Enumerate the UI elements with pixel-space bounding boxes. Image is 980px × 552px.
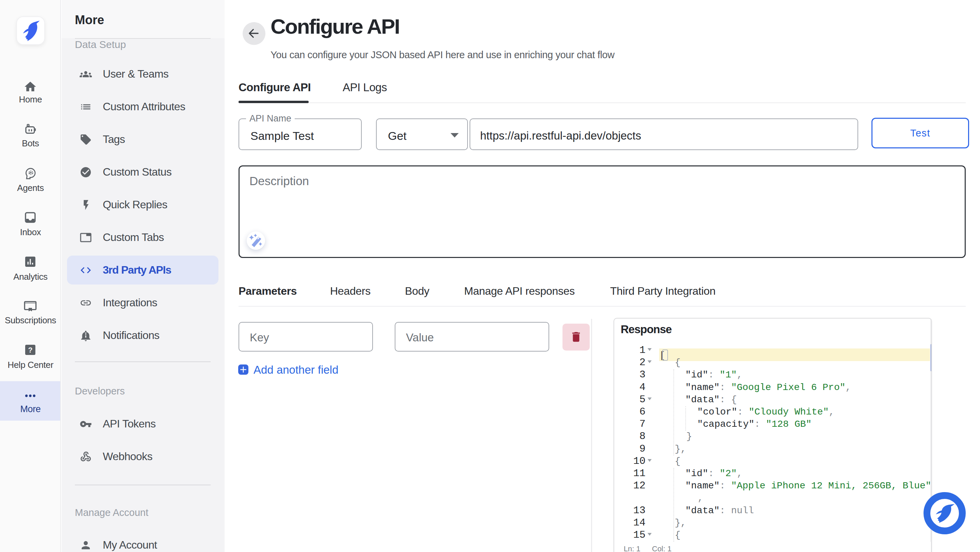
svg-text:?: ? xyxy=(28,346,32,354)
